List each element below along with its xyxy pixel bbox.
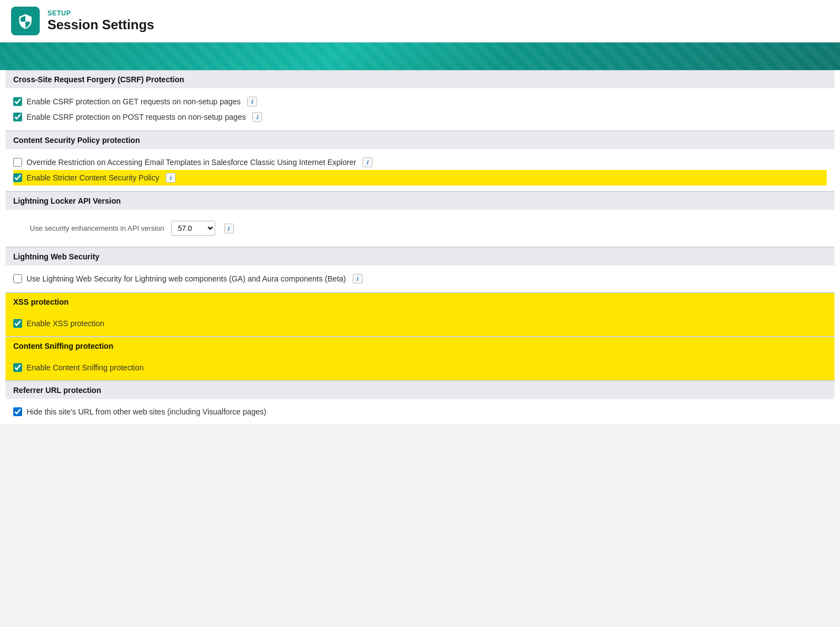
referrer-section-header: Referrer URL protection [6,381,834,399]
csp-email-checkbox[interactable] [13,158,22,167]
section-locker: Lightning Locker API Version Use securit… [6,192,834,247]
main-content: Cross-Site Request Forgery (CSRF) Protec… [0,70,840,424]
page-header: SETUP Session Settings [0,0,840,42]
xss-section-body: Enable XSS protection [6,311,834,336]
content-sniff-section-body: Enable Content Sniffing protection [6,355,834,380]
locker-section-header: Lightning Locker API Version [6,192,834,210]
section-lws: Lightning Web Security Use Lightning Web… [6,247,834,292]
content-sniff-enable-checkbox[interactable] [13,363,22,372]
lws-enable-checkbox[interactable] [13,274,22,283]
csp-strict-info-btn[interactable]: i [166,173,176,183]
content-sniff-enable-label: Enable Content Sniffing protection [26,363,143,372]
content-sniff-section-header: Content Sniffing protection [6,337,834,355]
csrf-section-body: Enable CSRF protection on GET requests o… [6,88,834,130]
lws-enable-label: Use Lightning Web Security for Lightning… [26,274,346,283]
header-icon [11,7,40,35]
page-title: Session Settings [47,17,154,33]
csp-section-body: Override Restriction on Accessing Email … [6,149,834,191]
lws-section-header: Lightning Web Security [6,247,834,265]
api-version-label: Use security enhancements in API version [30,224,164,232]
referrer-hide-label: Hide this site's URL from other web site… [26,407,267,416]
lws-enable-info-btn[interactable]: i [353,274,363,284]
xss-section-header: XSS protection [6,293,834,311]
csrf-get-info-btn[interactable]: i [247,97,257,107]
locker-section-body: Use security enhancements in API version… [6,210,834,247]
header-text: SETUP Session Settings [47,9,154,33]
api-version-info-btn[interactable]: i [224,224,234,233]
section-csrf: Cross-Site Request Forgery (CSRF) Protec… [6,70,834,130]
csrf-section-header: Cross-Site Request Forgery (CSRF) Protec… [6,70,834,88]
api-version-select[interactable]: 55.0 56.0 57.0 58.0 [171,221,215,236]
referrer-hide-row: Hide this site's URL from other web site… [13,405,827,419]
content-sniff-enable-row: Enable Content Sniffing protection [13,360,827,375]
csp-email-row: Override Restriction on Accessing Email … [13,155,827,170]
referrer-section-body: Hide this site's URL from other web site… [6,399,834,424]
csp-section-header: Content Security Policy protection [6,131,834,149]
referrer-hide-checkbox[interactable] [13,407,22,416]
csrf-post-label: Enable CSRF protection on POST requests … [26,113,246,121]
csrf-get-label: Enable CSRF protection on GET requests o… [26,97,241,106]
section-content-sniff: Content Sniffing protection Enable Conte… [6,337,834,380]
shield-icon [17,13,34,29]
csp-strict-checkbox[interactable] [13,173,22,182]
section-referrer: Referrer URL protection Hide this site's… [6,381,834,424]
csrf-post-checkbox[interactable] [13,113,22,121]
csrf-post-row: Enable CSRF protection on POST requests … [13,109,827,125]
csrf-get-checkbox[interactable] [13,97,22,106]
section-csp: Content Security Policy protection Overr… [6,131,834,191]
setup-label: SETUP [47,9,154,17]
api-version-row: Use security enhancements in API version… [13,215,827,241]
lws-enable-row: Use Lightning Web Security for Lightning… [13,271,827,286]
xss-enable-label: Enable XSS protection [26,319,104,328]
csp-strict-label: Enable Stricter Content Security Policy [26,173,159,182]
lws-section-body: Use Lightning Web Security for Lightning… [6,265,834,292]
csp-strict-row: Enable Stricter Content Security Policy … [13,170,827,185]
xss-enable-checkbox[interactable] [13,319,22,328]
xss-enable-row: Enable XSS protection [13,316,827,331]
section-xss: XSS protection Enable XSS protection [6,293,834,336]
decorative-banner [0,42,840,70]
csp-email-info-btn[interactable]: i [363,157,373,167]
csrf-get-row: Enable CSRF protection on GET requests o… [13,94,827,109]
csrf-post-info-btn[interactable]: i [252,112,262,122]
csp-email-label: Override Restriction on Accessing Email … [26,158,356,167]
